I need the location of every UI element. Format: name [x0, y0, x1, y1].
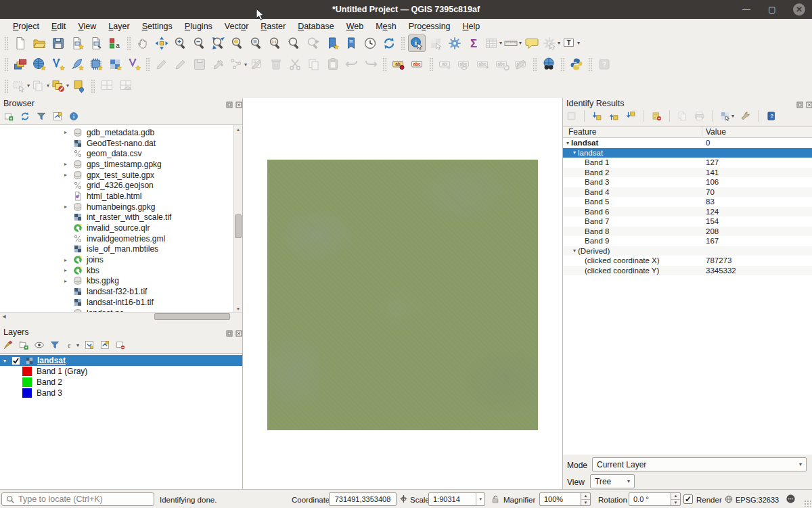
- collapse-all-layers-button[interactable]: [99, 339, 110, 351]
- add-raster-layer-button[interactable]: [106, 55, 124, 73]
- identify-features-button[interactable]: i: [408, 34, 426, 52]
- scroll-left-icon[interactable]: ◀: [0, 313, 8, 321]
- menu-help[interactable]: Help: [457, 20, 487, 32]
- toolbar-handle[interactable]: [382, 57, 387, 71]
- menu-edit[interactable]: Edit: [45, 20, 72, 32]
- zoom-in-button[interactable]: [172, 34, 189, 52]
- vscroll-thumb[interactable]: [235, 214, 242, 238]
- select-by-rect-dropdown-icon[interactable]: ▾: [27, 83, 30, 89]
- toolbar-handle[interactable]: [429, 57, 434, 71]
- zoom-next-button[interactable]: [304, 34, 322, 52]
- add-selected-layers-button[interactable]: [3, 110, 14, 122]
- statistics-sigma-button[interactable]: Σ: [465, 34, 482, 52]
- layer-band-item[interactable]: Band 1 (Gray): [0, 366, 242, 377]
- filter-expression-dropdown-icon[interactable]: ▾: [76, 342, 79, 348]
- add-group-button[interactable]: [18, 339, 29, 351]
- layer-styling-button[interactable]: [3, 339, 14, 351]
- zoom-to-selection-button[interactable]: [229, 34, 246, 52]
- identify-help-button[interactable]: ?: [765, 110, 777, 122]
- new-print-layout-button[interactable]: [68, 34, 86, 52]
- redo-button[interactable]: [362, 55, 380, 73]
- mode-combo[interactable]: Current Layer▾: [592, 457, 807, 471]
- zoom-last-button[interactable]: [286, 34, 303, 52]
- rotate-label-button[interactable]: abc: [493, 55, 511, 73]
- new-bookmark-button[interactable]: [323, 34, 341, 52]
- toolbar-handle[interactable]: [127, 37, 131, 50]
- column-header-feature[interactable]: Feature: [563, 126, 702, 137]
- browser-item[interactable]: GeodTest-nano.dat: [0, 138, 242, 149]
- paste-features-button[interactable]: [324, 55, 342, 73]
- browser-item[interactable]: ▸humanbeings.gpkg: [0, 202, 242, 212]
- add-chip-layer-button[interactable]: [87, 55, 105, 73]
- browser-item[interactable]: ▸gpx_test_suite.gpx: [0, 170, 242, 181]
- move-label-button[interactable]: abc: [474, 55, 492, 73]
- crs-globe-icon[interactable]: [724, 494, 734, 505]
- menu-plugins[interactable]: Plugins: [179, 20, 219, 32]
- identify-settings-button[interactable]: [740, 110, 751, 122]
- browser-item[interactable]: grid_4326.geojson: [0, 180, 242, 191]
- toolbar-handle[interactable]: [145, 57, 150, 71]
- identify-form-button[interactable]: [566, 110, 577, 122]
- manage-visibility-button[interactable]: [34, 339, 45, 351]
- toolbar-handle[interactable]: [533, 57, 537, 71]
- minimize-button[interactable]: —: [740, 3, 752, 16]
- browser-item[interactable]: landsat-int16-b1.tif: [0, 297, 242, 308]
- hscroll-thumb[interactable]: [154, 313, 230, 320]
- add-layer-globe-button[interactable]: [30, 55, 48, 73]
- filter-expression-button[interactable]: ε▾: [65, 339, 79, 351]
- layer-band-item[interactable]: Band 2: [0, 377, 242, 388]
- measure-dropdown-icon[interactable]: ▾: [519, 40, 522, 46]
- menu-vector[interactable]: Vector: [219, 20, 254, 32]
- toolbar-handle[interactable]: [4, 79, 9, 93]
- layers-close-icon[interactable]: [235, 329, 242, 337]
- expander-icon[interactable]: ▾: [573, 248, 576, 254]
- identify-row[interactable]: Band 8208: [563, 227, 812, 237]
- close-button[interactable]: ✕: [793, 3, 805, 16]
- layout-manager-button[interactable]: [87, 34, 105, 52]
- select-features-button[interactable]: [427, 34, 445, 52]
- expand-all-button[interactable]: [84, 339, 95, 351]
- project-new-button[interactable]: [12, 34, 29, 52]
- add-vector-tile-button[interactable]: [125, 55, 143, 73]
- identify-row[interactable]: Band 6124: [563, 207, 812, 217]
- style-manager-button[interactable]: a: [106, 34, 124, 52]
- browser-item[interactable]: landsat-f32-b1.tif: [0, 286, 242, 297]
- zoom-to-layer-button[interactable]: [248, 34, 265, 52]
- toolbar-handle[interactable]: [588, 57, 593, 71]
- print-results-button[interactable]: [694, 110, 705, 122]
- scale-combo[interactable]: 1:90314▾: [428, 492, 485, 506]
- menu-settings[interactable]: Settings: [136, 20, 179, 32]
- right-dock-divider[interactable]: [562, 98, 563, 489]
- identify-row[interactable]: Band 2141: [563, 168, 812, 178]
- identify-row[interactable]: Band 470: [563, 187, 812, 198]
- menu-project[interactable]: Project: [7, 20, 45, 32]
- attribute-table-button[interactable]: ▾: [484, 34, 502, 52]
- copy-feature-button[interactable]: [677, 110, 688, 122]
- processing-toolbox-button[interactable]: [446, 34, 464, 52]
- collapse-tree-button[interactable]: [608, 110, 620, 122]
- toolbar-handle[interactable]: [560, 57, 565, 71]
- delete-selected-button[interactable]: [267, 55, 285, 73]
- vertex-tool-button[interactable]: ▾: [229, 55, 247, 73]
- coordinate-input[interactable]: 731491,3353408: [329, 492, 397, 506]
- lock-scale-icon[interactable]: [491, 494, 500, 505]
- annotation-pin-button[interactable]: [70, 77, 88, 95]
- browser-float-icon[interactable]: [225, 101, 233, 108]
- modify-attributes-button[interactable]: [248, 55, 266, 73]
- rotation-spin-buttons[interactable]: ▲▼: [671, 492, 681, 506]
- expand-tree-button[interactable]: [591, 110, 603, 122]
- identify-row[interactable]: Band 583: [563, 197, 812, 207]
- expander-icon[interactable]: ▾: [573, 149, 576, 156]
- pan-map-button[interactable]: [134, 34, 152, 52]
- identify-row[interactable]: Band 1127: [563, 158, 812, 168]
- select-by-rect-button[interactable]: ▾: [12, 77, 30, 95]
- toolbar-handle[interactable]: [4, 37, 9, 50]
- identify-row[interactable]: ▾landsat0: [563, 138, 812, 148]
- annotations-toggle-dropdown-icon[interactable]: ▾: [66, 83, 69, 89]
- copy-features-button[interactable]: [305, 55, 323, 73]
- left-dock-divider[interactable]: [242, 98, 243, 489]
- collapse-all-button[interactable]: [52, 110, 63, 122]
- identify-row[interactable]: ▾(Derived): [563, 246, 812, 256]
- zoom-out-button[interactable]: [191, 34, 208, 52]
- browser-hscrollbar[interactable]: ◀▶: [0, 312, 242, 321]
